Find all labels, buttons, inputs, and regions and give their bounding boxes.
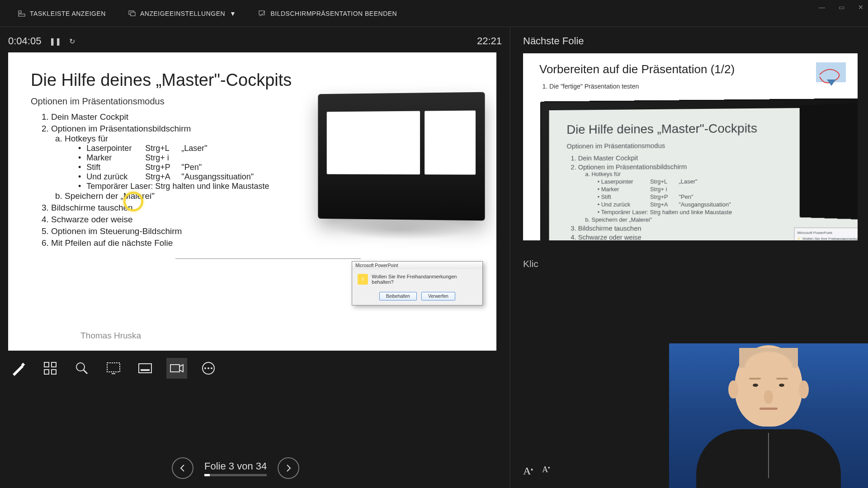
presenter-tools — [8, 351, 502, 379]
laser-highlight-annotation — [123, 192, 143, 211]
more-tools[interactable] — [198, 358, 219, 379]
warning-icon: ! — [358, 274, 368, 285]
show-taskbar-label: TASKLEISTE ANZEIGEN — [30, 10, 106, 17]
end-show-icon — [259, 10, 266, 17]
down-arrow-icon — [827, 80, 836, 86]
svg-rect-0 — [19, 14, 25, 16]
svg-line-5 — [260, 11, 265, 16]
current-slide-view[interactable]: Die Hilfe deines „Master"-Cockpits Optio… — [8, 52, 496, 351]
taskbar-icon — [18, 10, 25, 17]
list-item: Die "fertige" Präsentation testen — [549, 83, 841, 90]
close-icon[interactable]: ✕ — [858, 4, 863, 11]
keep-button: Beibehalten — [379, 292, 417, 300]
discard-button: Verwerfen — [421, 292, 455, 300]
elapsed-time: 0:04:05 — [8, 35, 41, 47]
slide-counter: Folie 3 von 34 — [204, 460, 267, 472]
display-settings-label: ANZEIGEEINSTELLUNGEN — [140, 10, 225, 17]
svg-point-20 — [208, 367, 209, 369]
black-screen-tool[interactable] — [103, 358, 124, 379]
svg-rect-8 — [52, 362, 56, 367]
show-taskbar-button[interactable]: TASKLEISTE ANZEIGEN — [18, 10, 106, 17]
slide-title: Die Hilfe deines „Master"-Cockpits — [31, 70, 474, 90]
embedded-monitor-photo: Die Hilfe deines „Master"-Cockpits Optio… — [540, 98, 858, 240]
svg-rect-17 — [170, 365, 179, 372]
svg-point-19 — [204, 367, 206, 369]
subtitle-tool[interactable] — [135, 358, 156, 379]
dialog-message: Wollen Sie Ihre Freihandanmerkungen beha… — [372, 274, 477, 285]
current-time: 22:21 — [477, 35, 502, 47]
red-annotation — [815, 63, 845, 93]
slide-progress — [204, 474, 267, 476]
svg-rect-7 — [44, 362, 49, 367]
end-show-label: BILDSCHIRMPRÄSENTATION BEENDEN — [270, 10, 397, 17]
maximize-icon[interactable]: ▭ — [839, 4, 844, 11]
right-panel: Nächste Folie Vorbereiten auf die Präsen… — [510, 27, 868, 488]
display-settings-icon — [128, 10, 136, 17]
notes-prompt[interactable]: Klic — [523, 258, 859, 269]
display-settings-button[interactable]: ANZEIGEEINSTELLUNGEN ▼ — [128, 10, 236, 17]
next-slide-title: Vorbereiten auf die Präsentation (1/2) — [539, 62, 841, 76]
svg-rect-3 — [131, 12, 135, 16]
callout-line — [175, 258, 361, 259]
webcam-feed[interactable] — [669, 343, 868, 488]
zoom-tool[interactable] — [71, 358, 92, 379]
pause-button[interactable]: ❚❚ — [49, 37, 61, 46]
all-slides-tool[interactable] — [40, 358, 61, 379]
next-slide-heading: Nächste Folie — [523, 35, 859, 47]
chevron-down-icon: ▼ — [230, 10, 236, 17]
svg-rect-9 — [44, 370, 49, 374]
svg-line-12 — [84, 370, 87, 374]
prev-slide-button[interactable] — [172, 457, 193, 479]
slide-author: Thomas Hruska — [80, 331, 141, 341]
minimize-icon[interactable]: — — [819, 4, 825, 11]
svg-point-11 — [76, 363, 85, 371]
embedded-screenshot — [318, 92, 485, 221]
svg-point-21 — [211, 367, 212, 369]
next-slide-button[interactable] — [278, 457, 299, 479]
embedded-dialog: Microsoft PowerPoint ! Wollen Sie Ihre F… — [352, 261, 483, 305]
svg-rect-16 — [141, 369, 150, 371]
dialog-title: Microsoft PowerPoint — [352, 262, 482, 269]
svg-rect-15 — [139, 364, 151, 373]
svg-rect-1 — [19, 11, 21, 13]
svg-rect-13 — [107, 363, 120, 372]
end-slideshow-button[interactable]: BILDSCHIRMPRÄSENTATION BEENDEN — [259, 10, 397, 17]
font-decrease-button[interactable]: A▾ — [542, 465, 550, 477]
left-panel: 0:04:05 ❚❚ ↻ 22:21 Die Hilfe deines „Mas… — [0, 27, 510, 488]
font-increase-button[interactable]: A▴ — [523, 465, 533, 477]
presenter-topbar: TASKLEISTE ANZEIGEN ANZEIGEEINSTELLUNGEN… — [0, 0, 868, 27]
slide-navigation: Folie 3 von 34 — [172, 457, 299, 479]
next-slide-view[interactable]: Vorbereiten auf die Präsentation (1/2) D… — [523, 53, 858, 240]
restart-timer-button[interactable]: ↻ — [69, 37, 75, 46]
svg-rect-10 — [52, 370, 56, 374]
pen-tool[interactable] — [8, 358, 29, 379]
camera-tool[interactable] — [166, 358, 187, 379]
